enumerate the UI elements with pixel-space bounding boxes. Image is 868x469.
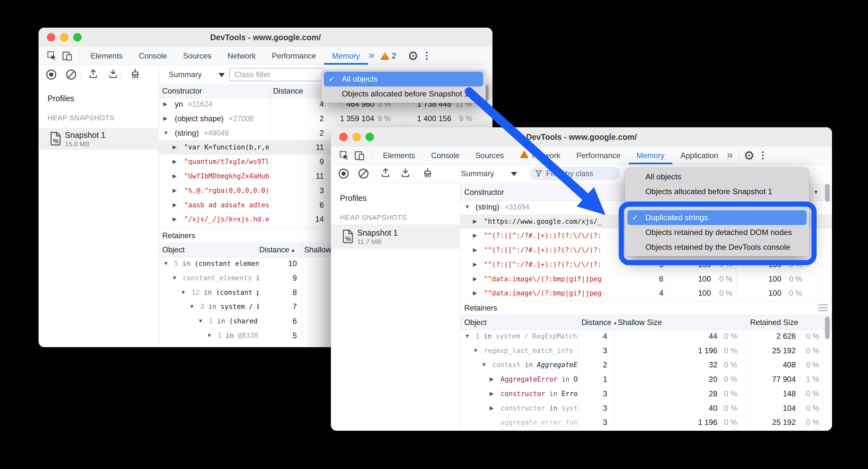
disclosure-triangle[interactable]: ▶ xyxy=(173,169,177,183)
disclosure-triangle[interactable]: ▶ xyxy=(163,112,167,126)
clear-icon[interactable] xyxy=(66,70,76,80)
disclosure-triangle[interactable]: ▼ xyxy=(163,126,169,141)
device-toolbar-icon[interactable] xyxy=(60,49,74,63)
tab-elements[interactable]: Elements xyxy=(83,47,131,65)
column-distance[interactable]: Distance xyxy=(273,85,303,97)
tab-memory[interactable]: Memory xyxy=(629,147,673,164)
disclosure-triangle[interactable]: ▶ xyxy=(490,387,494,401)
disclosure-triangle[interactable]: ▶ xyxy=(473,286,477,300)
tab-network[interactable]: Network xyxy=(219,47,264,65)
load-profile-icon[interactable] xyxy=(88,68,98,81)
column-distance[interactable]: Distance▲ xyxy=(259,243,295,257)
menu-item[interactable]: Objects allocated before Snapshot 1 xyxy=(627,184,807,199)
table-row[interactable]: ▶constructor in system / M3400 %1040 % xyxy=(460,401,832,416)
numeric-value: 32 xyxy=(615,358,717,372)
more-tabs-icon[interactable]: » xyxy=(726,148,735,163)
column-shallow-size[interactable]: Shallow Size xyxy=(618,315,662,329)
sidebar-item-snapshot1[interactable]: % Snapshot 1 11.7 MB xyxy=(331,224,460,249)
column-distance[interactable]: Distance▲ xyxy=(582,315,617,330)
record-heap-icon[interactable] xyxy=(46,70,56,80)
tab-console[interactable]: Console xyxy=(131,47,175,65)
numeric-value: 6 xyxy=(258,314,297,328)
table-row[interactable]: ▼context in AggregateError()2320 %4080 % xyxy=(460,358,832,372)
disclosure-triangle[interactable]: ▶ xyxy=(490,372,494,387)
table-row[interactable]: ▶(object shape)×2700821 359 1049 %1 400 … xyxy=(159,112,493,126)
sidebar-item-snapshot1[interactable]: % Snapshot 1 15.8 MB xyxy=(38,128,158,150)
disclosure-triangle[interactable]: ▼ xyxy=(163,257,169,271)
save-profile-icon[interactable] xyxy=(400,168,410,180)
disclosure-triangle[interactable]: ▼ xyxy=(207,328,212,343)
disclosure-triangle[interactable]: ▶ xyxy=(490,401,494,416)
disclosure-triangle[interactable]: ▼ xyxy=(198,314,203,328)
column-retained-size[interactable]: Retained Size xyxy=(750,315,798,329)
disclosure-triangle[interactable]: ▼ xyxy=(465,329,470,344)
clear-all-broom-icon[interactable] xyxy=(422,167,433,180)
name-part: system / M xyxy=(561,404,578,412)
object-name: constructor in system / M xyxy=(500,401,578,416)
disclosure-triangle[interactable]: ▶ xyxy=(163,97,167,112)
more-tabs-icon[interactable]: » xyxy=(368,49,377,63)
tab-memory[interactable]: Memory xyxy=(324,47,368,65)
name-part: context xyxy=(492,361,521,369)
column-object[interactable]: Object xyxy=(162,243,184,257)
disclosure-triangle[interactable]: ▶ xyxy=(173,183,177,198)
save-profile-icon[interactable] xyxy=(108,68,118,81)
issues-badge[interactable]: 2 xyxy=(380,52,396,60)
table-row[interactable]: ▶"^data:image\/(?:bmp|gif|jpeg61000 %100… xyxy=(460,272,832,286)
disclosure-triangle[interactable]: ▶ xyxy=(473,243,477,258)
perspective-select[interactable]: Summary xyxy=(169,65,202,84)
name-part: regexp_last_match_info xyxy=(484,347,573,355)
class-filter-input[interactable] xyxy=(229,68,325,81)
disclosure-triangle[interactable]: ▶ xyxy=(173,155,177,169)
tab-elements[interactable]: Elements xyxy=(375,147,423,164)
table-row[interactable]: ▼regexp_last_match_info in sys31 1960 %2… xyxy=(460,344,832,358)
hamburger-menu-icon[interactable] xyxy=(818,304,828,311)
kebab-menu-icon[interactable] xyxy=(762,151,764,159)
column-object[interactable]: Object xyxy=(464,315,486,329)
disclosure-triangle[interactable]: ▶ xyxy=(173,198,177,212)
tab-application[interactable]: Application xyxy=(672,147,726,164)
panel-split-divider[interactable] xyxy=(159,65,159,347)
numeric-value: 44 xyxy=(615,329,717,344)
inspect-icon[interactable] xyxy=(337,148,351,163)
table-row[interactable]: ▶AggregateError in Object1200 %77 9041 % xyxy=(460,372,832,387)
device-toolbar-icon[interactable] xyxy=(353,148,367,163)
disclosure-triangle[interactable]: ▼ xyxy=(172,271,177,286)
load-profile-icon[interactable] xyxy=(380,168,391,180)
object-name: regexp_last_match_info in sys xyxy=(484,344,578,358)
numeric-value: 2 628 xyxy=(746,329,796,344)
kebab-menu-icon[interactable] xyxy=(426,52,428,60)
table-row[interactable]: ▶constructor in Error @5413280 %1480 % xyxy=(460,387,832,401)
disclosure-triangle[interactable]: ▶ xyxy=(473,229,477,243)
settings-gear-icon[interactable]: ⚙ xyxy=(742,148,756,163)
menu-item[interactable]: All objects xyxy=(627,169,807,184)
disclosure-triangle[interactable]: ▼ xyxy=(481,358,487,372)
disclosure-triangle[interactable]: ▶ xyxy=(173,140,177,155)
numeric-value: 1 xyxy=(578,372,607,387)
column-constructor[interactable]: Constructor xyxy=(162,85,202,97)
name-part: 5 xyxy=(174,260,178,267)
clear-icon[interactable] xyxy=(359,169,369,179)
tab-performance[interactable]: Performance xyxy=(264,47,324,65)
table-row[interactable]: aggregate_error_function31 1960 %25 1920… xyxy=(460,415,832,430)
disclosure-triangle[interactable]: ▼ xyxy=(189,300,195,314)
disclosure-triangle[interactable]: ▼ xyxy=(473,344,478,358)
numeric-value: 11 xyxy=(271,169,324,183)
scrollbar-thumb[interactable] xyxy=(825,184,830,202)
window-title: DevTools - www.google.com/ xyxy=(38,28,493,47)
numeric-value: 14 xyxy=(271,212,324,227)
name-part: Error @541 xyxy=(561,390,578,398)
tab-sources[interactable]: Sources xyxy=(175,47,219,65)
record-heap-icon[interactable] xyxy=(339,169,348,179)
inspect-icon[interactable] xyxy=(45,49,59,63)
snapshot-size: 11.7 MB xyxy=(357,238,381,245)
disclosure-triangle[interactable]: ▼ xyxy=(181,286,186,300)
scrollbar-thumb[interactable] xyxy=(825,317,830,339)
table-row[interactable]: ▼1 in system / RegExpMatchInfo @4440 %2 … xyxy=(460,329,832,344)
disclosure-triangle[interactable]: ▶ xyxy=(473,272,477,286)
disclosure-triangle[interactable]: ▶ xyxy=(473,258,477,272)
table-row[interactable]: ▶"^data:image\/(?:bmp|gif|jpeg41000 %100… xyxy=(460,286,832,300)
settings-gear-icon[interactable]: ⚙ xyxy=(406,49,420,63)
clear-all-broom-icon[interactable] xyxy=(130,68,141,81)
disclosure-triangle[interactable]: ▶ xyxy=(173,212,177,227)
